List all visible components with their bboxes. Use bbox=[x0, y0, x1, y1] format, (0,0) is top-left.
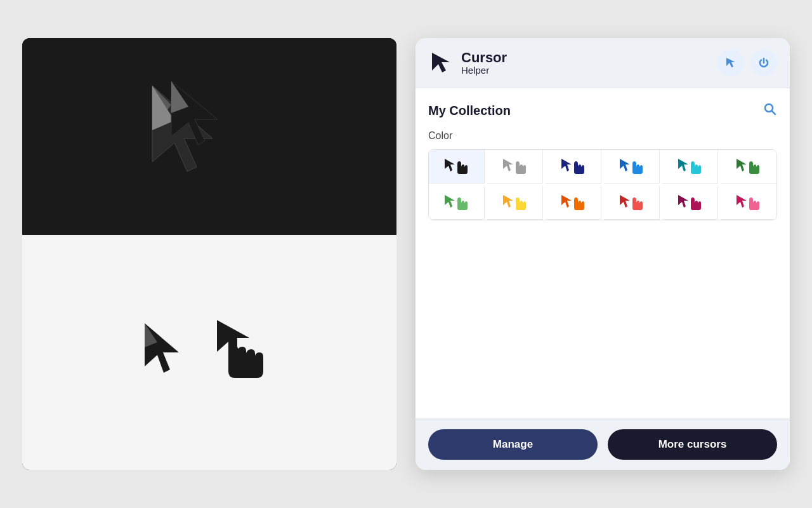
cursor-pair-green-dark bbox=[735, 157, 762, 175]
cursor-pair-yellow bbox=[502, 194, 528, 211]
more-cursors-button[interactable]: More cursors bbox=[608, 429, 777, 460]
cursor-cell-yellow[interactable] bbox=[487, 186, 543, 220]
cursor-mode-button[interactable] bbox=[717, 50, 744, 76]
cursor-cell-gray[interactable] bbox=[487, 150, 543, 184]
cursor-pair-orange bbox=[560, 194, 587, 211]
cursor-cell-crimson[interactable] bbox=[662, 186, 718, 220]
svg-marker-21 bbox=[620, 195, 630, 208]
cursor-cell-blue[interactable] bbox=[604, 150, 660, 184]
cursor-cell-navy[interactable] bbox=[546, 150, 601, 184]
svg-marker-20 bbox=[561, 195, 572, 208]
cursor-pair-gray bbox=[502, 157, 528, 175]
preview-cursor-2 bbox=[216, 318, 279, 387]
cursor-pair-black bbox=[443, 157, 470, 175]
svg-marker-23 bbox=[737, 195, 747, 208]
cursor-icon bbox=[724, 57, 737, 69]
main-container: Cursor Helper bbox=[22, 38, 790, 470]
svg-marker-9 bbox=[726, 58, 735, 67]
light-preview-area bbox=[22, 235, 396, 470]
cursor-pair-red bbox=[619, 194, 645, 211]
logo-text: Cursor Helper bbox=[461, 50, 507, 76]
svg-marker-13 bbox=[503, 159, 513, 171]
cursor-pair-blue bbox=[619, 157, 645, 175]
svg-marker-3 bbox=[171, 81, 218, 145]
svg-marker-22 bbox=[678, 195, 688, 208]
cursor-cell-red[interactable] bbox=[604, 186, 660, 220]
svg-marker-18 bbox=[445, 195, 455, 208]
search-button[interactable] bbox=[762, 101, 777, 120]
svg-marker-19 bbox=[503, 195, 513, 208]
logo-icon bbox=[428, 50, 454, 76]
logo: Cursor Helper bbox=[428, 50, 507, 76]
dark-preview-area bbox=[22, 38, 396, 235]
cursor-cell-black[interactable] bbox=[429, 150, 485, 184]
cursor-cell-pink[interactable] bbox=[721, 186, 776, 220]
power-button[interactable] bbox=[750, 50, 777, 76]
preview-cursor-1 bbox=[140, 321, 190, 384]
collection-title: My Collection bbox=[428, 104, 511, 118]
cursor-cell-teal[interactable] bbox=[662, 150, 718, 184]
logo-title: Cursor bbox=[461, 50, 507, 65]
svg-line-11 bbox=[772, 111, 775, 114]
cursor-pair-crimson bbox=[677, 194, 704, 211]
logo-subtitle: Helper bbox=[461, 65, 507, 76]
svg-marker-12 bbox=[445, 159, 455, 171]
cursor-pair-green bbox=[443, 194, 470, 211]
panel-footer: Manage More cursors bbox=[416, 418, 790, 470]
manage-button[interactable]: Manage bbox=[428, 429, 598, 460]
svg-marker-17 bbox=[737, 159, 747, 171]
panel-header: Cursor Helper bbox=[416, 38, 790, 88]
cursor-grid bbox=[428, 149, 777, 220]
cursor-preview-dark-2 bbox=[162, 76, 263, 159]
svg-marker-8 bbox=[432, 53, 450, 72]
svg-marker-15 bbox=[620, 159, 630, 171]
cursor-pair-navy bbox=[560, 157, 587, 175]
left-panel bbox=[22, 38, 396, 470]
svg-marker-16 bbox=[678, 159, 688, 171]
panel-content: My Collection Color bbox=[416, 88, 790, 418]
cursor-pair-pink bbox=[735, 194, 762, 211]
bottom-preview-icons bbox=[140, 318, 279, 387]
cursor-helper-panel: Cursor Helper bbox=[416, 38, 790, 470]
power-icon bbox=[757, 57, 770, 69]
cursor-cell-orange[interactable] bbox=[546, 186, 601, 220]
cursor-pair-teal bbox=[677, 157, 704, 175]
cursor-cell-green-dark[interactable] bbox=[721, 150, 776, 184]
color-label: Color bbox=[428, 130, 777, 142]
cursor-cell-green[interactable] bbox=[429, 186, 485, 220]
search-icon bbox=[762, 101, 777, 116]
header-actions bbox=[717, 50, 777, 76]
svg-marker-14 bbox=[561, 159, 572, 171]
svg-marker-5 bbox=[145, 323, 179, 373]
section-header: My Collection bbox=[428, 101, 777, 120]
